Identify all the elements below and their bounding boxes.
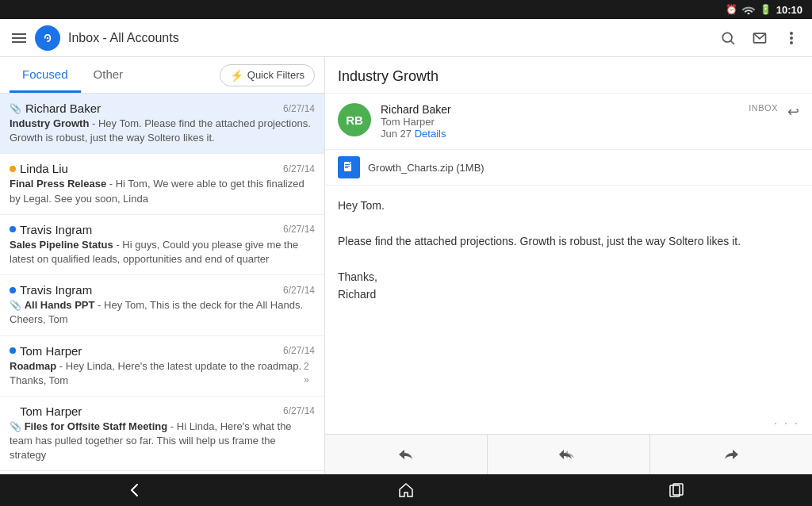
svg-rect-9 <box>345 164 350 165</box>
compose-button[interactable] <box>745 24 774 52</box>
quick-filters-button[interactable]: ⚡ Quick Filters <box>220 64 315 86</box>
svg-rect-11 <box>345 167 348 168</box>
email-body: Hey Tom. Please find the attached projec… <box>325 186 812 413</box>
battery-icon: 🔋 <box>760 4 772 15</box>
email-sender: Tom Harper <box>10 344 82 358</box>
email-item[interactable]: Linda Liu 6/27/14 Final Press Release - … <box>0 154 324 214</box>
svg-point-6 <box>790 36 793 40</box>
email-detail-meta: RB Richard Baker Tom Harper Jun 27 Detai… <box>325 94 812 150</box>
email-meta-info: Richard Baker Tom Harper Jun 27 Details <box>381 103 739 140</box>
toolbar-title: Inbox - All Accounts <box>68 31 714 45</box>
email-preview: 📎 Files for Offsite Staff Meeting - Hi L… <box>10 420 315 463</box>
email-item[interactable]: Travis Ingram 6/27/14 📎 All Hands PPT - … <box>0 275 324 335</box>
svg-line-3 <box>731 40 734 44</box>
bolt-icon: ⚡ <box>230 69 243 82</box>
toolbar: Inbox - All Accounts <box>0 19 812 57</box>
unread-dot <box>10 347 16 354</box>
email-detail-header: Industry Growth <box>325 57 812 94</box>
home-button[interactable] <box>386 476 426 504</box>
reply-button[interactable] <box>325 435 488 474</box>
svg-marker-13 <box>400 484 412 496</box>
tabs-bar: Focused Other ⚡ Quick Filters <box>0 57 324 94</box>
flag-dot <box>10 166 16 172</box>
email-sender: Travis Ingram <box>10 283 92 297</box>
recent-apps-button[interactable] <box>657 476 696 504</box>
toolbar-actions <box>714 24 806 52</box>
forward-button[interactable] <box>650 435 812 474</box>
email-detail-title: Industry Growth <box>338 68 439 84</box>
attachment-icon: 📎 <box>10 421 21 432</box>
alarm-icon: ⏰ <box>726 4 737 15</box>
attachment-name: Growth_Charts.zip (1MB) <box>368 162 485 174</box>
email-meta-to: Tom Harper <box>381 116 739 128</box>
email-meta-date: Jun 27 Details <box>381 128 739 140</box>
status-time: 10:10 <box>776 4 802 16</box>
email-sender: Tom Harper <box>10 404 82 418</box>
reply-icon[interactable]: ↩ <box>787 103 799 121</box>
thread-count: 2 » <box>304 359 315 388</box>
email-list: 📎 Richard Baker 6/27/14 Industry Growth … <box>0 94 324 474</box>
back-button[interactable] <box>116 476 155 504</box>
svg-point-5 <box>790 32 793 35</box>
email-preview: Sales Pipeline Status - Hi guys, Could y… <box>10 238 315 266</box>
tab-focused[interactable]: Focused <box>10 58 81 93</box>
attachment-icon: 📎 <box>10 103 21 114</box>
email-sender: 📎 Richard Baker <box>10 102 101 115</box>
avatar: RB <box>338 103 371 136</box>
attachment-row: Growth_Charts.zip (1MB) <box>325 150 812 186</box>
email-item[interactable]: paulaallen003@gmail.com 4/14/14 <box>0 471 324 474</box>
more-options-button[interactable] <box>777 24 806 52</box>
email-item[interactable]: Travis Ingram 6/27/14 Sales Pipeline Sta… <box>0 215 324 275</box>
reply-all-button[interactable] <box>488 435 650 474</box>
details-link[interactable]: Details <box>415 128 446 140</box>
main-content: Focused Other ⚡ Quick Filters 📎 Richard … <box>0 57 812 474</box>
email-preview: Final Press Release - Hi Tom, We were ab… <box>10 177 315 205</box>
status-bar: ⏰ 🔋 10:10 <box>0 0 812 19</box>
unread-dot <box>10 287 16 293</box>
inbox-badge: INBOX <box>749 103 778 113</box>
email-item[interactable]: 📎 Richard Baker 6/27/14 Industry Growth … <box>0 94 324 154</box>
email-sender: Travis Ingram <box>10 223 92 236</box>
svg-point-1 <box>47 36 49 39</box>
email-preview: Roadmap - Hey Linda, Here's the latest u… <box>10 359 315 388</box>
email-meta-sender: Richard Baker <box>381 103 739 116</box>
action-buttons-row <box>325 434 812 474</box>
svg-point-7 <box>790 41 793 44</box>
attachment-doc-icon <box>338 156 360 178</box>
email-sender: Linda Liu <box>10 162 68 175</box>
right-panel: Industry Growth RB Richard Baker Tom Har… <box>325 57 812 474</box>
svg-rect-10 <box>345 166 350 167</box>
email-item[interactable]: Tom Harper 6/27/14 Roadmap - Hey Linda, … <box>0 336 324 397</box>
email-item[interactable]: Tom Harper 6/27/14 📎 Files for Offsite S… <box>0 397 324 472</box>
attachment-icon: 📎 <box>10 300 21 311</box>
bottom-nav <box>0 474 812 506</box>
search-button[interactable] <box>714 24 742 52</box>
status-icons: ⏰ 🔋 10:10 <box>726 4 802 16</box>
menu-button[interactable] <box>6 25 32 51</box>
email-preview: Industry Growth - Hey Tom. Please find t… <box>10 117 315 145</box>
quick-filters-label: Quick Filters <box>247 69 304 81</box>
tab-other[interactable]: Other <box>81 58 136 93</box>
wifi-icon <box>742 5 755 14</box>
unread-dot <box>10 226 16 232</box>
app-logo <box>35 25 60 51</box>
more-dots[interactable]: · · · <box>325 413 812 434</box>
left-panel: Focused Other ⚡ Quick Filters 📎 Richard … <box>0 57 325 474</box>
placeholder-dot <box>10 408 16 414</box>
email-preview: 📎 All Hands PPT - Hey Tom, This is the d… <box>10 298 315 327</box>
